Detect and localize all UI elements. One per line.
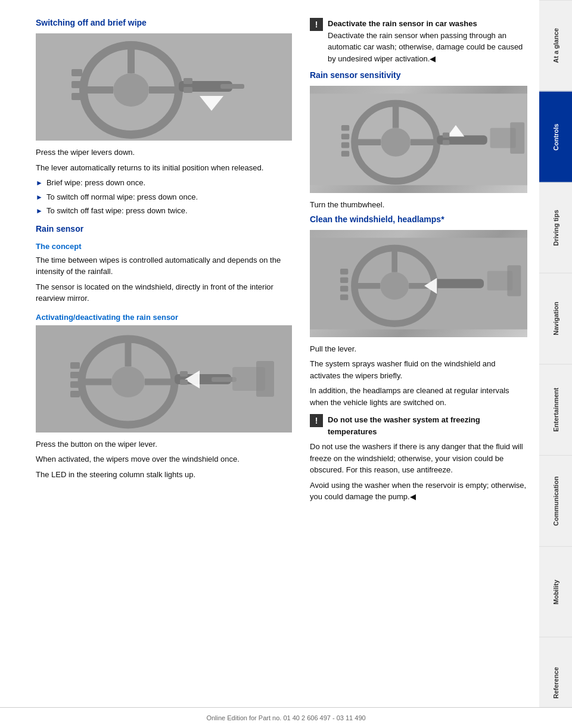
- image-switching-wipe: [36, 33, 292, 141]
- image-activating-rain-sensor: [36, 325, 292, 433]
- left-column: Switching off and brief wipe: [36, 18, 292, 704]
- bullet-brief-wipe: ► Brief wipe: press down once.: [36, 177, 292, 189]
- svg-point-33: [381, 128, 411, 157]
- warning-car-washes: ! Deactivate the rain sensor in car wash…: [310, 18, 527, 64]
- body-turn-thumbwheel: Turn the thumbwheel.: [310, 199, 527, 211]
- svg-rect-56: [507, 265, 521, 296]
- svg-rect-43: [341, 142, 349, 148]
- svg-point-49: [380, 272, 409, 299]
- warning-icon-1: !: [310, 18, 323, 31]
- svg-rect-11: [72, 69, 82, 76]
- section-title-rain-sensitivity: Rain sensor sensitivity: [310, 70, 527, 80]
- bullet-switch-fast: ► To switch off fast wipe: press down tw…: [36, 205, 292, 217]
- warning-icon-2: !: [310, 414, 323, 427]
- svg-point-2: [113, 73, 149, 107]
- body-wipers-move: When activated, the wipers move over the…: [36, 453, 292, 465]
- body-press-levers: Press the wiper levers down.: [36, 147, 292, 158]
- body-time-between-wipes: The time between wipes is controlled aut…: [36, 254, 292, 278]
- svg-rect-30: [256, 361, 274, 397]
- bullet-arrow-1: ►: [36, 178, 43, 188]
- svg-rect-59: [340, 285, 348, 291]
- svg-rect-13: [72, 93, 82, 100]
- svg-rect-26: [70, 372, 80, 378]
- image-clean-windshield: [310, 230, 527, 337]
- warning-text-1: Deactivate the rain sensor in car washes…: [328, 18, 527, 64]
- sidebar-item-mobility[interactable]: Mobility: [539, 546, 572, 637]
- body-warning-freezing-detail: Do not use the washers if there is any d…: [310, 441, 527, 476]
- body-sensor-location: The sensor is located on the windshield,…: [36, 281, 292, 304]
- svg-rect-58: [340, 277, 348, 283]
- svg-rect-42: [341, 133, 349, 139]
- image-rain-sensitivity: [310, 86, 527, 193]
- svg-rect-39: [443, 132, 450, 138]
- svg-rect-24: [180, 379, 188, 385]
- svg-rect-40: [443, 140, 450, 145]
- body-press-button: Press the button on the wiper lever.: [36, 438, 292, 450]
- sidebar: At a glance Controls Driving tips Naviga…: [539, 0, 572, 728]
- svg-rect-7: [220, 84, 244, 89]
- svg-rect-46: [510, 122, 524, 154]
- svg-rect-27: [70, 381, 80, 388]
- svg-rect-25: [70, 362, 80, 369]
- svg-rect-9: [184, 78, 192, 84]
- body-headlamps-cleaned: In addition, the headlamps are cleaned a…: [310, 385, 527, 408]
- body-led-lights: The LED in the steering column stalk lig…: [36, 469, 292, 481]
- sidebar-item-communication[interactable]: Communication: [539, 455, 572, 546]
- svg-rect-41: [341, 125, 349, 131]
- body-sprays-washer: The system sprays washer fluid on the wi…: [310, 358, 527, 381]
- section-title-rain-sensor: Rain sensor: [36, 224, 292, 234]
- right-column: ! Deactivate the rain sensor in car wash…: [304, 18, 527, 704]
- warning-freezing: ! Do not use the washer system at freezi…: [310, 414, 527, 437]
- bullet-arrow-2: ►: [36, 192, 43, 203]
- section-title-clean: Clean the windshield, headlamps*: [310, 214, 527, 224]
- bullet-switch-normal: ► To switch off normal wipe: press down …: [36, 191, 292, 203]
- svg-rect-10: [184, 87, 192, 93]
- sidebar-item-navigation[interactable]: Navigation: [539, 273, 572, 364]
- svg-rect-23: [180, 371, 188, 377]
- sidebar-item-driving-tips[interactable]: Driving tips: [539, 182, 572, 273]
- page-footer: Online Edition for Part no. 01 40 2 606 …: [0, 707, 572, 728]
- sidebar-item-at-a-glance[interactable]: At a glance: [539, 0, 572, 91]
- subsection-title-activating: Activating/deactivating the rain sensor: [36, 313, 292, 322]
- svg-rect-53: [434, 279, 484, 288]
- svg-rect-44: [341, 151, 349, 157]
- body-warning-reservoir: Avoid using the washer when the reservoi…: [310, 480, 527, 503]
- svg-rect-57: [340, 269, 348, 275]
- subsection-title-concept: The concept: [36, 242, 292, 251]
- svg-rect-60: [340, 294, 348, 300]
- bullet-arrow-3: ►: [36, 206, 43, 216]
- body-lever-returns: The lever automatically returns to its i…: [36, 162, 292, 174]
- svg-rect-12: [72, 81, 82, 88]
- sidebar-item-controls[interactable]: Controls: [539, 91, 572, 182]
- warning-text-2: Do not use the washer system at freezing…: [328, 414, 527, 437]
- footer-text: Online Edition for Part no. 01 40 2 606 …: [206, 714, 365, 721]
- sidebar-item-entertainment[interactable]: Entertainment: [539, 364, 572, 455]
- section-title-switching: Switching off and brief wipe: [36, 18, 292, 27]
- body-pull-lever: Pull the lever.: [310, 343, 527, 355]
- svg-rect-28: [70, 391, 80, 397]
- svg-point-16: [111, 366, 145, 397]
